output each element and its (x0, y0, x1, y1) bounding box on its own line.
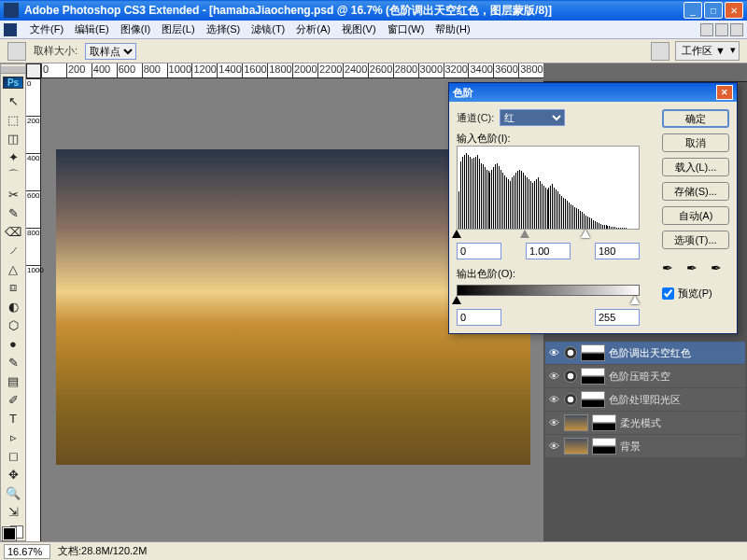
preview-checkbox-input[interactable] (662, 287, 674, 300)
layer-row[interactable]: 👁色阶调出天空红色 (545, 342, 745, 364)
maximize-button[interactable]: □ (704, 2, 723, 19)
tool-20[interactable]: ✥ (3, 465, 23, 483)
menu-f[interactable]: 文件(F) (24, 21, 69, 36)
menu-i[interactable]: 图像(I) (115, 21, 156, 36)
menu-h[interactable]: 帮助(H) (430, 21, 475, 36)
menu-w[interactable]: 窗口(W) (382, 21, 430, 36)
menu-a[interactable]: 分析(A) (290, 21, 336, 36)
tool-5[interactable]: ✂ (3, 185, 23, 203)
layer-row[interactable]: 👁柔光模式 (545, 412, 745, 434)
vertical-ruler[interactable]: 02004006008001000 (26, 78, 41, 541)
input-white-field[interactable] (595, 243, 640, 259)
output-slider[interactable] (457, 296, 640, 305)
tool-15[interactable]: ▤ (3, 371, 23, 390)
layer-mask[interactable] (581, 391, 605, 408)
tool-8[interactable]: ⟋ (3, 241, 23, 259)
dialog-close-button[interactable]: ✕ (716, 85, 733, 100)
black-eyedropper-icon[interactable]: ✒ (662, 260, 681, 277)
tool-17[interactable]: T (3, 409, 23, 427)
output-white-field[interactable] (595, 309, 640, 326)
tool-18[interactable]: ▹ (3, 427, 23, 446)
preview-checkbox[interactable]: 预览(P) (662, 287, 729, 301)
tool-2[interactable]: ◫ (3, 129, 23, 147)
layer-thumb[interactable] (564, 414, 588, 431)
gamma-slider[interactable] (520, 230, 529, 238)
layer-name[interactable]: 背景 (620, 440, 641, 454)
layer-row[interactable]: 👁色阶处理阳光区 (545, 388, 745, 411)
auto-button[interactable]: 自动(A) (662, 206, 729, 225)
layer-row[interactable]: 👁色阶压暗天空 (545, 365, 745, 387)
load-button[interactable]: 载入(L)... (662, 158, 729, 176)
visibility-icon[interactable]: 👁 (547, 394, 560, 405)
menu-t[interactable]: 滤镜(T) (246, 21, 290, 36)
input-gamma-field[interactable] (526, 243, 571, 259)
layer-name[interactable]: 色阶调出天空红色 (609, 346, 691, 360)
ruler-origin[interactable] (26, 63, 41, 78)
white-eyedropper-icon[interactable]: ✒ (711, 260, 729, 277)
tool-21[interactable]: 🔍 (3, 483, 23, 502)
layer-mask[interactable] (581, 368, 605, 385)
menu-l[interactable]: 图层(L) (156, 21, 200, 36)
sample-size-select[interactable]: 取样点 (85, 43, 136, 60)
input-slider[interactable] (457, 230, 640, 239)
layer-name[interactable]: 柔光模式 (620, 416, 661, 430)
output-black-field[interactable] (457, 309, 501, 326)
layer-mask[interactable] (592, 438, 616, 455)
tool-6[interactable]: ✎ (3, 203, 23, 222)
foreground-color[interactable] (3, 527, 16, 540)
panel-tabs[interactable] (543, 63, 747, 82)
doc-minimize-button[interactable] (700, 23, 713, 36)
zoom-level[interactable]: 16.67% (4, 544, 50, 559)
active-tool-icon[interactable] (7, 42, 26, 61)
menu-s[interactable]: 选择(S) (201, 21, 247, 36)
output-black-slider[interactable] (452, 296, 461, 304)
layer-name[interactable]: 色阶处理阳光区 (609, 393, 681, 407)
output-white-slider[interactable] (630, 296, 640, 304)
tool-4[interactable]: ⌒ (3, 166, 23, 185)
tool-1[interactable]: ⬚ (3, 110, 23, 129)
workspace-dropdown[interactable]: 工作区 ▼ (675, 41, 740, 61)
tool-9[interactable]: △ (3, 259, 23, 278)
tool-11[interactable]: ◐ (3, 297, 23, 315)
tool-12[interactable]: ⬡ (3, 315, 23, 334)
tool-0[interactable]: ↖ (3, 91, 23, 110)
tool-3[interactable]: ✦ (3, 147, 23, 166)
color-wells[interactable] (3, 527, 23, 539)
tool-10[interactable]: ⧈ (3, 278, 23, 297)
save-button[interactable]: 存储(S)... (662, 182, 729, 201)
doc-close-button[interactable] (730, 23, 743, 36)
black-point-slider[interactable] (452, 230, 461, 238)
toolbox-grip[interactable] (1, 66, 25, 74)
layer-mask[interactable] (581, 344, 605, 361)
tool-14[interactable]: ✎ (3, 353, 23, 371)
minimize-button[interactable]: _ (684, 2, 702, 19)
tool-22[interactable]: ⇲ (3, 502, 23, 521)
screen-mode-icon[interactable] (651, 42, 669, 61)
menu-v[interactable]: 视图(V) (336, 21, 382, 36)
tool-7[interactable]: ⌫ (3, 222, 23, 241)
options-button[interactable]: 选项(T)... (662, 231, 729, 249)
layer-row[interactable]: 👁背景 (545, 435, 745, 457)
doc-restore-button[interactable] (715, 23, 728, 36)
input-black-field[interactable] (457, 243, 501, 259)
ok-button[interactable]: 确定 (662, 109, 729, 128)
horizontal-ruler[interactable]: 0200400600800100012001400160018002000220… (41, 63, 543, 78)
tool-13[interactable]: ● (3, 334, 23, 353)
channel-select[interactable]: 红 (500, 109, 565, 126)
visibility-icon[interactable]: 👁 (547, 347, 560, 358)
visibility-icon[interactable]: 👁 (547, 417, 560, 428)
visibility-icon[interactable]: 👁 (547, 441, 560, 452)
layer-mask[interactable] (592, 414, 616, 431)
menu-e[interactable]: 编辑(E) (69, 21, 115, 36)
close-button[interactable]: ✕ (725, 2, 743, 19)
document-info[interactable]: 文档:28.8M/120.2M (58, 544, 147, 558)
white-point-slider[interactable] (581, 230, 590, 238)
cancel-button[interactable]: 取消 (662, 133, 729, 152)
gray-eyedropper-icon[interactable]: ✒ (686, 260, 705, 277)
layer-thumb[interactable] (564, 438, 588, 455)
layers-panel: 👁色阶调出天空红色👁色阶压暗天空👁色阶处理阳光区👁柔光模式👁背景 (543, 340, 747, 541)
tool-16[interactable]: ✐ (3, 390, 23, 409)
visibility-icon[interactable]: 👁 (547, 371, 560, 382)
tool-19[interactable]: ◻ (3, 446, 23, 465)
layer-name[interactable]: 色阶压暗天空 (609, 370, 670, 384)
